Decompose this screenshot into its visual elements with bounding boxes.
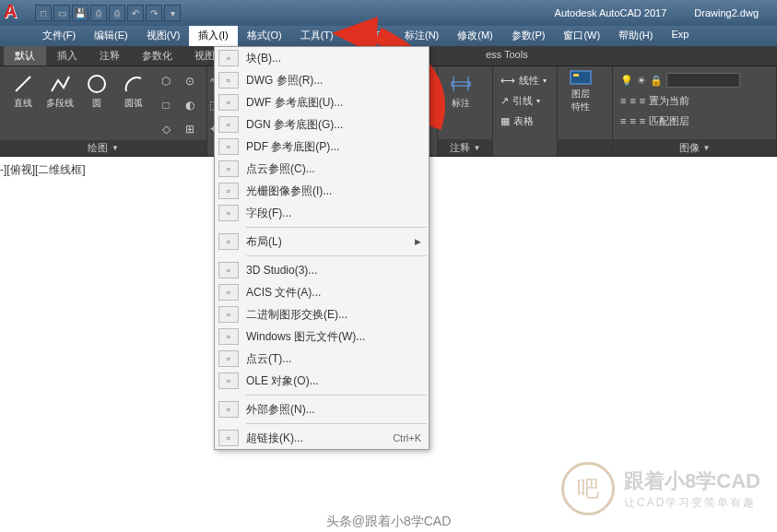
qat-print-icon[interactable]: ⎙ bbox=[109, 5, 125, 21]
menu-item-icon: ▫ bbox=[218, 160, 239, 177]
qat-undo-icon[interactable]: ↶ bbox=[127, 5, 144, 21]
qat-save-icon[interactable]: 💾 bbox=[72, 5, 88, 21]
separator bbox=[246, 227, 427, 228]
menu-item-icon: ▫ bbox=[218, 262, 239, 278]
quick-access-toolbar: □ ▭ 💾 ⎙ ⎙ ↶ ↷ ▾ bbox=[35, 5, 181, 21]
separator bbox=[246, 423, 427, 424]
menu-窗口[interactable]: 窗口(W) bbox=[554, 26, 609, 46]
menu-item-Windows 图元文件[interactable]: ▫Windows 图元文件(W)... bbox=[215, 325, 429, 348]
menu-标注[interactable]: 标注(N) bbox=[395, 26, 448, 46]
view-label[interactable]: -][俯视][二维线框] bbox=[0, 162, 86, 178]
menu-参数[interactable]: 参数(P) bbox=[502, 26, 555, 46]
file-name: Drawing2.dwg bbox=[694, 7, 759, 18]
tool-多段线[interactable]: 多段线 bbox=[44, 70, 76, 111]
qat-new-icon[interactable]: □ bbox=[35, 5, 52, 21]
menu-item-DWG 参照[interactable]: ▫DWG 参照(R)... bbox=[215, 69, 429, 91]
tool-圆[interactable]: 圆 bbox=[81, 70, 112, 111]
menu-bar: 文件(F)编辑(E)视图(V)插入(I)格式(O)工具(T)绘图(D)标注(N)… bbox=[0, 26, 777, 46]
menu-item-DWF 参考底图[interactable]: ▫DWF 参考底图(U)... bbox=[215, 91, 429, 113]
tab-插入[interactable]: 插入 bbox=[46, 46, 88, 65]
svg-point-1 bbox=[88, 76, 105, 92]
set-current-tool[interactable]: ≡≡≡置为当前 bbox=[620, 90, 689, 111]
svg-rect-2 bbox=[452, 82, 470, 86]
small-tool[interactable]: ⊙ bbox=[179, 70, 201, 92]
panel-title: 绘图 bbox=[88, 141, 108, 155]
menu-item-超链接[interactable]: ▫超链接(K)...Ctrl+K bbox=[215, 427, 429, 449]
menu-item-点云参照[interactable]: ▫点云参照(C)... bbox=[215, 158, 429, 180]
menu-item-icon: ▫ bbox=[218, 116, 239, 133]
menu-item-icon: ▫ bbox=[218, 350, 239, 367]
menu-item-DGN 参考底图[interactable]: ▫DGN 参考底图(G)... bbox=[215, 113, 429, 136]
sun-icon: ☀ bbox=[637, 75, 646, 87]
qat-saveas-icon[interactable]: ⎙ bbox=[90, 5, 107, 21]
menu-item-布局[interactable]: ▫布局(L)▶ bbox=[215, 231, 429, 253]
chevron-down-icon[interactable]: ▼ bbox=[112, 144, 119, 152]
menu-item-icon: ▫ bbox=[218, 205, 239, 221]
chevron-down-icon[interactable]: ▼ bbox=[474, 144, 481, 152]
layer-state-row[interactable]: 💡☀🔒 bbox=[620, 70, 740, 90]
linear-tool[interactable]: ⟷线性▾ bbox=[500, 70, 547, 90]
menu-item-icon: ▫ bbox=[218, 430, 239, 446]
menu-item-OLE 对象[interactable]: ▫OLE 对象(O)... bbox=[215, 370, 429, 392]
menu-绘图[interactable]: 绘图(D) bbox=[343, 26, 395, 46]
match-layer-tool[interactable]: ≡≡≡匹配图层 bbox=[620, 111, 689, 131]
tab-参数化[interactable]: 参数化 bbox=[131, 46, 183, 65]
menu-item-icon: ▫ bbox=[218, 50, 239, 66]
layer-panel: 图层 特性 图像 bbox=[558, 66, 613, 156]
menu-item-icon: ▫ bbox=[218, 138, 239, 155]
svg-rect-5 bbox=[571, 71, 591, 84]
menu-item-点云[interactable]: ▫点云(T)... bbox=[215, 348, 429, 370]
menu-插入[interactable]: 插入(I) bbox=[189, 26, 237, 46]
watermark-logo-icon: 吧 bbox=[561, 462, 615, 515]
app-logo[interactable]: A bbox=[4, 1, 28, 25]
small-tool[interactable]: ⊞ bbox=[179, 118, 201, 140]
menu-item-icon: ▫ bbox=[218, 306, 239, 323]
small-tool[interactable]: ◐ bbox=[179, 94, 201, 116]
svg-line-0 bbox=[16, 77, 30, 91]
tab-注释[interactable]: 注释 bbox=[88, 46, 131, 65]
menu-视图[interactable]: 视图(V) bbox=[137, 26, 190, 46]
dimension-tool[interactable]: 标注 bbox=[445, 70, 477, 111]
lock-icon: 🔒 bbox=[650, 75, 663, 87]
leader-tool[interactable]: ↗引线▾ bbox=[500, 90, 540, 111]
menu-item-二进制图形交换[interactable]: ▫二进制图形交换(E)... bbox=[215, 303, 429, 325]
menu-item-icon: ▫ bbox=[218, 94, 239, 111]
menu-帮助[interactable]: 帮助(H) bbox=[609, 26, 662, 46]
tool-圆弧[interactable]: 圆弧 bbox=[118, 70, 149, 111]
svg-rect-6 bbox=[573, 74, 579, 77]
menu-item-字段[interactable]: ▫字段(F)... bbox=[215, 202, 429, 224]
small-tool[interactable]: ⬡ bbox=[155, 70, 177, 92]
menu-item-PDF 参考底图[interactable]: ▫PDF 参考底图(P)... bbox=[215, 136, 429, 158]
tab-默认[interactable]: 默认 bbox=[4, 46, 46, 65]
menu-item-光栅图像参照[interactable]: ▫光栅图像参照(I)... bbox=[215, 180, 429, 202]
menu-格式[interactable]: 格式(O) bbox=[238, 26, 291, 46]
qat-open-icon[interactable]: ▭ bbox=[53, 5, 70, 21]
qat-more-icon[interactable]: ▾ bbox=[164, 5, 181, 21]
bulb-icon: 💡 bbox=[620, 75, 633, 87]
table-tool[interactable]: ▦表格 bbox=[500, 111, 534, 131]
chevron-down-icon[interactable]: ▼ bbox=[703, 144, 711, 152]
menu-item-3D Studio[interactable]: ▫3D Studio(3)... bbox=[215, 259, 429, 281]
menu-item-ACIS 文件[interactable]: ▫ACIS 文件(A)... bbox=[215, 281, 429, 303]
small-tool[interactable]: □ bbox=[155, 94, 177, 116]
title-bar: A □ ▭ 💾 ⎙ ⎙ ↶ ↷ ▾ Autodesk AutoCAD 2017 … bbox=[0, 0, 777, 26]
draw-panel: 直线多段线圆圆弧⬡⊙∿□◐⬚◇⊞✦ 绘图▼ bbox=[0, 66, 207, 156]
footer-credit: 头条@跟着小8学CAD bbox=[326, 514, 452, 530]
qat-redo-icon[interactable]: ↷ bbox=[146, 5, 162, 21]
tool-直线[interactable]: 直线 bbox=[7, 70, 39, 111]
tab-express[interactable]: ess Tools bbox=[475, 46, 539, 65]
menu-文件[interactable]: 文件(F) bbox=[33, 26, 85, 46]
layer-props-tool[interactable]: 图层 特性 bbox=[565, 70, 596, 111]
menu-工具[interactable]: 工具(T) bbox=[291, 26, 343, 46]
menu-item-块[interactable]: ▫块(B)... bbox=[215, 47, 429, 69]
menu-Exp[interactable]: Exp bbox=[662, 26, 698, 46]
menu-修改[interactable]: 修改(M) bbox=[448, 26, 502, 46]
menu-item-icon: ▫ bbox=[218, 72, 239, 89]
watermark: 吧 跟着小8学CAD 让CAD学习变简单有趣 bbox=[561, 462, 760, 515]
menu-item-外部参照[interactable]: ▫外部参照(N)... bbox=[215, 398, 429, 420]
menu-item-icon: ▫ bbox=[218, 284, 239, 301]
annotation-panel: 标注 注释▼ bbox=[438, 66, 493, 156]
small-tool[interactable]: ◇ bbox=[155, 118, 177, 140]
menu-编辑[interactable]: 编辑(E) bbox=[85, 26, 137, 46]
panel-title: 图像 bbox=[679, 141, 700, 155]
